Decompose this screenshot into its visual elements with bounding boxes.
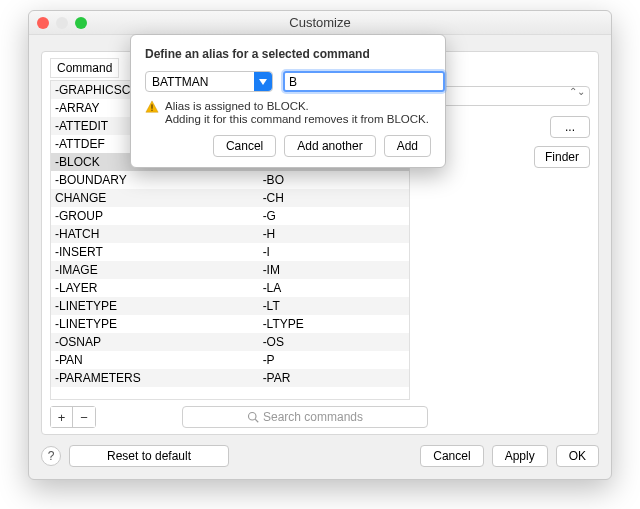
warning-row: Alias is assigned to BLOCK. Adding it fo…: [145, 100, 431, 125]
help-icon: ?: [48, 449, 55, 463]
remove-button[interactable]: −: [73, 407, 95, 427]
add-remove-group: + −: [50, 406, 96, 428]
table-row: -INSERT-I: [51, 243, 409, 261]
table-row: -IMAGE-IM: [51, 261, 409, 279]
table-row: CHANGE-CH: [51, 189, 409, 207]
reset-button[interactable]: Reset to default: [69, 445, 229, 467]
table-row: -BOUNDARY-BO: [51, 171, 409, 189]
table-row: -OSNAP-OS: [51, 333, 409, 351]
popover-cancel-button[interactable]: Cancel: [213, 135, 276, 157]
command-select[interactable]: BATTMAN: [145, 71, 273, 92]
apply-button[interactable]: Apply: [492, 445, 548, 467]
svg-rect-2: [151, 104, 152, 108]
window-title: Customize: [29, 15, 611, 30]
warning-line-1: Alias is assigned to BLOCK.: [165, 100, 429, 112]
bottom-bar: ? Reset to default Cancel Apply OK: [41, 443, 599, 469]
popover-title: Define an alias for a selected command: [145, 47, 431, 61]
table-row: -PAN-P: [51, 351, 409, 369]
column-header-command[interactable]: Command: [50, 58, 119, 78]
plus-icon: +: [58, 410, 66, 425]
svg-line-1: [255, 419, 258, 422]
add-button[interactable]: +: [51, 407, 73, 427]
zoom-icon[interactable]: [75, 17, 87, 29]
finder-button[interactable]: Finder: [534, 146, 590, 168]
table-row: -LINETYPE-LT: [51, 297, 409, 315]
table-row: -HATCH-H: [51, 225, 409, 243]
svg-rect-3: [151, 110, 152, 111]
warning-line-2: Adding it for this command removes it fr…: [165, 113, 429, 125]
alias-input[interactable]: [283, 71, 445, 92]
help-button[interactable]: ?: [41, 446, 61, 466]
table-row: -GROUP-G: [51, 207, 409, 225]
titlebar: Customize: [29, 11, 611, 35]
table-row: -LINETYPE-LTYPE: [51, 315, 409, 333]
cancel-button[interactable]: Cancel: [420, 445, 483, 467]
alias-popover: Define an alias for a selected command B…: [130, 34, 446, 168]
svg-point-0: [248, 413, 256, 421]
search-icon: [247, 411, 259, 423]
search-placeholder: Search commands: [263, 410, 363, 424]
minus-icon: −: [80, 410, 88, 425]
warning-icon: [145, 100, 159, 125]
command-select-value: BATTMAN: [146, 75, 208, 89]
search-input[interactable]: Search commands: [182, 406, 428, 428]
table-row: -PARAMETERS-PAR: [51, 369, 409, 387]
file-select[interactable]: [434, 86, 590, 106]
chevron-down-icon: [254, 72, 272, 91]
browse-button[interactable]: ...: [550, 116, 590, 138]
ok-button[interactable]: OK: [556, 445, 599, 467]
add-button[interactable]: Add: [384, 135, 431, 157]
minimize-icon: [56, 17, 68, 29]
close-icon[interactable]: [37, 17, 49, 29]
table-row: -LAYER-LA: [51, 279, 409, 297]
add-another-button[interactable]: Add another: [284, 135, 375, 157]
